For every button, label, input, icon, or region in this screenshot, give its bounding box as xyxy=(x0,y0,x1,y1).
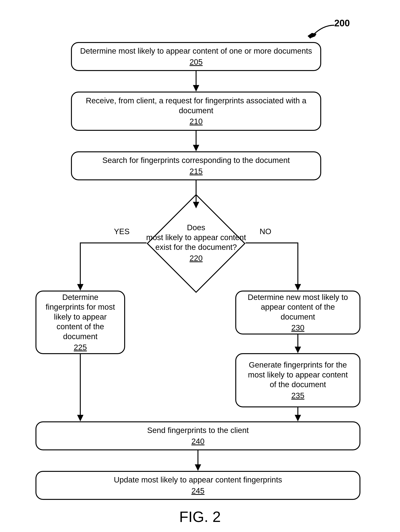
node-210-text: Receive, from client, a request for fing… xyxy=(79,96,313,115)
node-240-ref: 240 xyxy=(191,437,205,446)
flowchart-canvas: 200 Determine most likely to appear cont… xyxy=(0,0,400,532)
svg-marker-0 xyxy=(307,32,317,39)
decision-220-line2: most likely to appear content xyxy=(146,233,246,242)
node-235-ref: 235 xyxy=(291,391,304,401)
node-225: Determine fingerprints for most likely t… xyxy=(36,291,125,354)
node-215: Search for fingerprints corresponding to… xyxy=(71,151,321,180)
node-210: Receive, from client, a request for fing… xyxy=(71,92,321,131)
svg-marker-14 xyxy=(295,415,301,421)
node-210-ref: 210 xyxy=(189,117,203,127)
node-245-ref: 245 xyxy=(191,486,205,496)
node-215-ref: 215 xyxy=(189,166,203,176)
decision-220-line3: exist for the document? xyxy=(155,242,237,252)
figure-reference-number: 200 xyxy=(334,18,350,29)
node-235-text: Generate fingerprints for the most likel… xyxy=(244,360,352,390)
node-245: Update most likely to appear content fin… xyxy=(36,471,360,500)
edge-label-no: NO xyxy=(260,227,271,236)
node-240: Send fingerprints to the client 240 xyxy=(36,421,360,450)
node-230-text: Determine new most likely to appear cont… xyxy=(244,292,352,322)
svg-marker-4 xyxy=(193,145,199,151)
node-225-text: Determine fingerprints for most likely t… xyxy=(44,292,117,342)
decision-220-line1: Does xyxy=(187,223,205,233)
node-230-ref: 230 xyxy=(291,323,304,333)
node-205-text: Determine most likely to appear content … xyxy=(80,46,312,56)
svg-marker-10 xyxy=(295,347,301,353)
svg-marker-16 xyxy=(195,464,201,471)
svg-marker-7 xyxy=(77,284,83,291)
node-245-text: Update most likely to appear content fin… xyxy=(114,475,282,485)
node-235: Generate fingerprints for the most likel… xyxy=(235,353,360,407)
node-215-text: Search for fingerprints corresponding to… xyxy=(102,155,290,165)
svg-marker-8 xyxy=(295,284,301,291)
node-225-ref: 225 xyxy=(74,342,87,352)
edge-label-yes: YES xyxy=(114,227,130,236)
node-205: Determine most likely to appear content … xyxy=(71,42,321,71)
decision-220-ref: 220 xyxy=(189,253,203,263)
decision-220: Does most likely to appear content exist… xyxy=(136,203,256,283)
svg-marker-2 xyxy=(193,85,199,92)
node-230: Determine new most likely to appear cont… xyxy=(235,291,360,335)
svg-marker-12 xyxy=(77,415,83,421)
node-240-text: Send fingerprints to the client xyxy=(147,425,249,435)
figure-caption: FIG. 2 xyxy=(179,508,221,526)
node-205-ref: 205 xyxy=(189,57,203,67)
